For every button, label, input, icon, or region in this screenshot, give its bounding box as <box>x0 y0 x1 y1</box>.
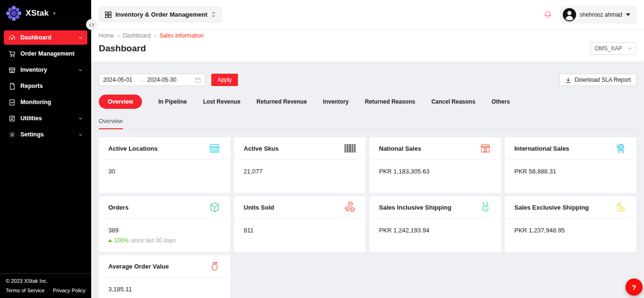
card-value: PKR 1,183,305.63 <box>379 168 492 175</box>
package-icon <box>208 201 221 213</box>
sidebar-item-inventory[interactable]: Inventory <box>4 63 87 77</box>
app-selector[interactable]: Inventory & Order Management <box>99 7 222 22</box>
tab-others[interactable]: Others <box>492 98 510 105</box>
card-orders: Orders 389 100% since last 30 days <box>99 196 230 252</box>
registered-mark: ® <box>53 12 56 15</box>
copyright-text: © 2023 XStak Inc. <box>6 278 85 284</box>
card-title: Orders <box>108 204 129 211</box>
chevron-down-icon <box>78 36 83 40</box>
shop-receipt-icon <box>479 142 492 154</box>
date-end-input[interactable] <box>147 77 181 83</box>
sidebar-collapse-toggle[interactable] <box>86 19 97 30</box>
card-title: National Sales <box>379 145 421 152</box>
orders-delta-value: 100% <box>114 237 129 244</box>
orders-delta-suffix: since last 30 days <box>131 237 176 244</box>
topbar: Inventory & Order Management shehrooz ah… <box>91 0 644 29</box>
calendar-icon[interactable] <box>195 77 201 83</box>
gauge-icon <box>9 34 16 41</box>
medal-icon <box>479 201 492 213</box>
utilities-icon <box>9 115 16 122</box>
sidebar-item-label: Inventory <box>20 67 47 73</box>
tab-inventory[interactable]: Inventory <box>323 98 349 105</box>
toolbar: → Apply Download SLA Report <box>99 74 636 86</box>
date-range-picker[interactable]: → <box>99 74 205 86</box>
app-selector-label: Inventory & Order Management <box>115 11 208 18</box>
card-national-sales: National Sales PKR 1,183,305.63 <box>369 137 501 193</box>
user-name: shehrooz ahmad <box>580 11 622 18</box>
card-title: Sales Exclusive Shipping <box>514 204 589 211</box>
tab-returned-reasons[interactable]: Returned Reasons <box>365 98 415 105</box>
sort-updown-icon <box>211 11 216 18</box>
card-value: PKR 58,888.31 <box>514 168 627 175</box>
page-head: Home Dashboard Sales Information Dashboa… <box>91 29 644 61</box>
subtab-bar: Overview <box>99 115 636 129</box>
card-title: Active Locations <box>108 145 158 152</box>
tab-in-pipeline[interactable]: In Pipeline <box>158 98 187 105</box>
card-title: Average Order Value <box>108 263 169 270</box>
tab-returned-revenue[interactable]: Returned Revenue <box>256 98 307 105</box>
money-bag-icon <box>208 260 221 272</box>
user-menu[interactable]: shehrooz ahmad <box>560 6 636 23</box>
download-icon <box>565 77 571 83</box>
sidebar-item-dashboard[interactable]: Dashboard <box>4 30 87 45</box>
download-sla-report-button[interactable]: Download SLA Report <box>559 74 636 86</box>
sidebar-item-label: Utilities <box>20 115 42 122</box>
help-button[interactable]: ? <box>625 279 643 296</box>
sidebar-nav: Dashboard Order Management Inventory <box>0 30 91 273</box>
breadcrumb-home[interactable]: Home <box>99 32 114 39</box>
card-title: International Sales <box>514 145 569 152</box>
notification-bell-icon[interactable] <box>544 10 552 19</box>
sidebar: XStak ® Dashboard Order Management Inven… <box>0 0 91 298</box>
gear-icon <box>9 131 16 138</box>
sidebar-item-monitoring[interactable]: Monitoring <box>4 95 87 109</box>
card-value: 811 <box>244 227 356 234</box>
apply-button[interactable]: Apply <box>211 74 238 86</box>
tab-overview[interactable]: Overview <box>99 95 142 109</box>
brand-logo: XStak ® <box>0 0 91 26</box>
sidebar-item-label: Reports <box>20 83 43 89</box>
date-start-input[interactable] <box>103 77 137 83</box>
orders-trend: 100% since last 30 days <box>108 237 221 244</box>
environment-select[interactable]: OMS_XAP <box>590 42 636 55</box>
environment-select-value: OMS_XAP <box>595 45 622 52</box>
tab-cancel-reasons[interactable]: Cancel Reasons <box>431 98 475 105</box>
collapse-icon <box>89 20 95 29</box>
globe-cart-icon <box>615 142 627 154</box>
terms-of-service-link[interactable]: Terms of Service <box>6 288 45 293</box>
card-value: 3,185.11 <box>108 286 221 293</box>
monitoring-icon <box>9 99 16 106</box>
caret-down-icon <box>626 13 630 16</box>
sidebar-item-label: Order Management <box>20 50 75 57</box>
cubes-icon <box>344 201 356 213</box>
barcode-icon <box>344 142 356 154</box>
chevron-down-icon <box>78 116 83 121</box>
storefront-icon <box>208 142 221 154</box>
sidebar-item-label: Settings <box>20 131 44 138</box>
card-title: Sales Inclusive Shipping <box>379 204 451 211</box>
sidebar-item-utilities[interactable]: Utilities <box>4 111 87 125</box>
report-icon <box>9 83 16 90</box>
main-area: Inventory & Order Management shehrooz ah… <box>91 0 644 298</box>
avatar <box>563 8 576 21</box>
breadcrumb-dashboard[interactable]: Dashboard <box>117 32 151 39</box>
sidebar-item-settings[interactable]: Settings <box>4 127 87 142</box>
apps-grid-icon <box>105 11 112 18</box>
sidebar-item-label: Monitoring <box>20 99 51 106</box>
subtab-overview[interactable]: Overview <box>99 115 123 129</box>
sidebar-item-order-management[interactable]: Order Management <box>4 47 87 61</box>
brand-name: XStak <box>26 9 49 18</box>
chevron-down-icon <box>78 68 83 72</box>
sidebar-item-reports[interactable]: Reports <box>4 79 87 93</box>
cart-icon <box>9 50 16 58</box>
card-value: 389 <box>108 227 221 234</box>
trend-up-icon <box>108 239 112 242</box>
privacy-policy-link[interactable]: Privacy Policy <box>53 288 85 293</box>
card-average-order-value: Average Order Value 3,185.11 <box>99 255 230 298</box>
chevron-down-icon <box>78 133 83 137</box>
tab-lost-revenue[interactable]: Lost Revenue <box>203 98 240 105</box>
page-title: Dashboard <box>99 43 146 54</box>
card-units-sold: Units Sold 811 <box>234 196 366 252</box>
date-range-arrow: → <box>140 77 145 83</box>
sidebar-item-label: Dashboard <box>20 34 51 41</box>
chevron-down-icon <box>627 47 632 50</box>
